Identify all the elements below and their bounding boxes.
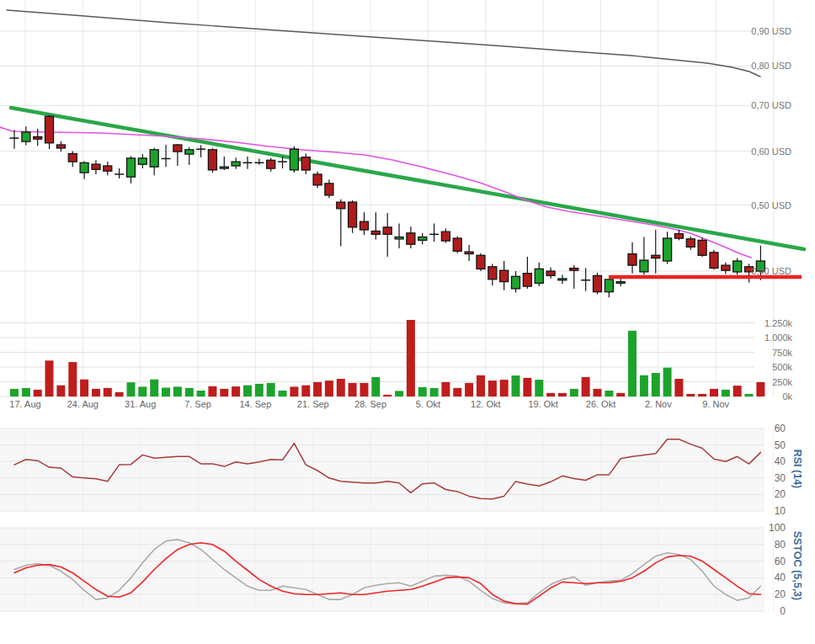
svg-text:7. Sep: 7. Sep (184, 399, 211, 409)
svg-text:1.250k: 1.250k (764, 318, 793, 328)
svg-text:0,60 USD: 0,60 USD (751, 146, 791, 157)
stock-chart-root[interactable]: 0,90 USD0,80 USD0,70 USD0,60 USD0,50 USD… (0, 0, 815, 644)
svg-text:60: 60 (775, 423, 786, 434)
svg-text:60: 60 (775, 556, 786, 567)
svg-text:250k: 250k (772, 377, 792, 387)
benchmark-line (7, 10, 760, 77)
svg-text:20: 20 (775, 488, 786, 500)
panel-titles: RSI (14)SSTOC (5,5,3) (791, 450, 803, 600)
price-axis-labels: 0,90 USD0,80 USD0,70 USD0,60 USD0,50 USD… (751, 26, 791, 276)
svg-text:9. Nov: 9. Nov (702, 399, 729, 409)
svg-text:19. Okt: 19. Okt (528, 399, 557, 409)
svg-text:26. Okt: 26. Okt (586, 399, 615, 409)
candlestick-series (10, 115, 765, 298)
svg-text:0k: 0k (782, 391, 792, 402)
svg-text:1.000k: 1.000k (764, 333, 793, 343)
svg-text:RSI (14): RSI (14) (791, 450, 803, 489)
sstoc-axis-labels: 100806040200 (769, 522, 786, 617)
date-axis-labels: 17. Aug24. Aug31. Aug7. Sep14. Sep21. Se… (9, 399, 729, 409)
svg-text:12. Okt: 12. Okt (471, 399, 500, 409)
vertical-gridlines (25, 0, 774, 611)
svg-text:750k: 750k (772, 348, 792, 358)
svg-text:0,40 USD: 0,40 USD (751, 266, 791, 276)
horizontal-gridlines (0, 31, 764, 611)
svg-text:31. Aug: 31. Aug (125, 399, 156, 409)
svg-text:5. Okt: 5. Okt (416, 399, 440, 409)
svg-text:0,70 USD: 0,70 USD (751, 100, 791, 110)
volume-series (10, 320, 764, 397)
svg-text:0,80 USD: 0,80 USD (751, 61, 791, 71)
svg-text:10: 10 (775, 505, 786, 517)
svg-text:24. Aug: 24. Aug (67, 399, 99, 409)
svg-text:0,50 USD: 0,50 USD (751, 200, 791, 210)
svg-text:14. Sep: 14. Sep (239, 399, 271, 409)
svg-text:500k: 500k (772, 362, 792, 372)
svg-text:28. Sep: 28. Sep (354, 399, 386, 409)
trend-line (11, 108, 804, 249)
candlestick-volume-rsi-sstoc-chart[interactable]: 0,90 USD0,80 USD0,70 USD0,60 USD0,50 USD… (0, 0, 815, 644)
volume-axis-labels: 1.250k1.000k750k500k250k0k (764, 318, 793, 402)
svg-text:40: 40 (775, 572, 786, 583)
svg-text:20: 20 (775, 588, 786, 600)
rsi-axis-labels: 605040302010 (775, 423, 786, 517)
svg-text:0,90 USD: 0,90 USD (751, 26, 791, 36)
svg-text:SSTOC (5,5,3): SSTOC (5,5,3) (791, 531, 803, 600)
svg-text:80: 80 (775, 539, 786, 551)
svg-text:21. Sep: 21. Sep (297, 399, 329, 409)
svg-text:100: 100 (769, 522, 786, 534)
svg-text:0: 0 (780, 605, 786, 617)
svg-text:30: 30 (775, 472, 786, 484)
svg-text:2. Nov: 2. Nov (645, 399, 672, 409)
svg-text:40: 40 (775, 455, 786, 467)
svg-text:50: 50 (775, 439, 786, 451)
svg-text:17. Aug: 17. Aug (9, 399, 40, 409)
